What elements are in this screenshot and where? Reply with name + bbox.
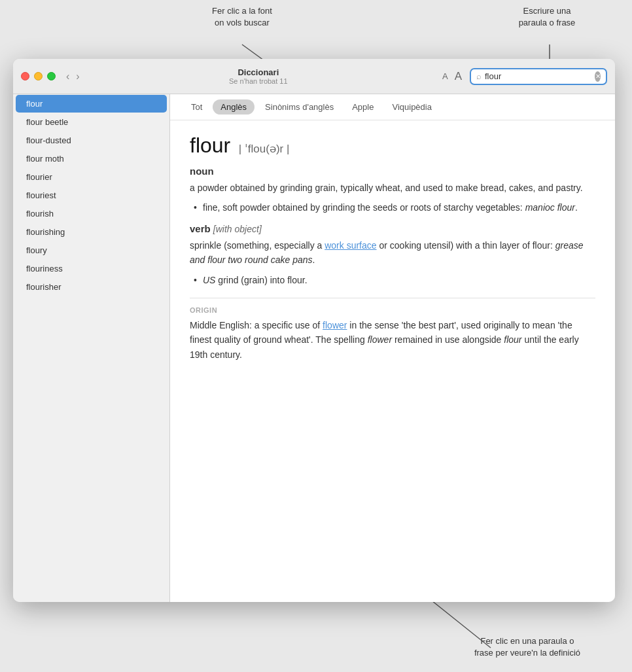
word-pronunciation: | ˈflou(ə)r | xyxy=(239,143,290,155)
title-area: Diccionari Se n'han trobat 11 xyxy=(88,67,429,85)
sidebar: flour flour beetle flour-dusted flour mo… xyxy=(13,94,170,602)
dict-content: Tot Anglès Sinònims d'anglès Apple Viqui… xyxy=(170,94,615,602)
window-subtitle: Se n'han trobat 11 xyxy=(229,77,288,85)
verb-bullet: US grind (grain) into flour. xyxy=(203,273,595,287)
origin-label: ORIGIN xyxy=(190,306,595,314)
sidebar-item-flouriness[interactable]: flouriness xyxy=(16,260,167,277)
clear-search-button[interactable]: ✕ xyxy=(595,71,601,82)
verb-bullet-qualifier: US xyxy=(203,275,215,285)
close-button[interactable] xyxy=(21,72,29,80)
sidebar-item-flour-moth[interactable]: flour moth xyxy=(16,150,167,168)
verb-definition: sprinkle (something, especially a work s… xyxy=(190,238,595,268)
search-icon: ⌕ xyxy=(476,71,482,81)
tab-angles[interactable]: Anglès xyxy=(213,99,255,115)
word-title: flour xyxy=(190,133,230,157)
annotation-source: Fer clic a la font on vols buscar xyxy=(190,5,294,29)
tab-viquipedia[interactable]: Viquipèdia xyxy=(384,99,439,115)
window-title: Diccionari xyxy=(237,67,279,77)
forward-button[interactable]: › xyxy=(73,69,82,84)
search-input[interactable] xyxy=(485,71,595,81)
tabs-bar: Tot Anglès Sinònims d'anglès Apple Viqui… xyxy=(170,94,615,120)
sidebar-item-flourish[interactable]: flourish xyxy=(16,205,167,222)
flower-link[interactable]: flower xyxy=(323,320,347,330)
pos-noun-label: noun xyxy=(190,166,595,177)
work-surface-link[interactable]: work surface xyxy=(325,240,376,251)
annotation-click-word: Fer clic en una paraula o frase per veur… xyxy=(462,635,593,659)
increase-font-button[interactable]: A xyxy=(455,70,462,83)
noun-bullet: fine, soft powder obtained by grinding t… xyxy=(203,200,595,215)
sidebar-item-flour-dusted[interactable]: flour-dusted xyxy=(16,132,167,149)
sidebar-item-flouriest[interactable]: flouriest xyxy=(16,186,167,204)
minimize-button[interactable] xyxy=(34,72,43,80)
origin-section: ORIGIN Middle English: a specific use of… xyxy=(190,298,595,362)
tab-apple[interactable]: Apple xyxy=(344,99,381,115)
nav-buttons: ‹ › xyxy=(63,69,82,84)
decrease-font-button[interactable]: A xyxy=(442,71,448,81)
pos-verb-label: verb [with object] xyxy=(190,223,595,234)
sidebar-item-flourisher[interactable]: flourisher xyxy=(16,278,167,296)
main-content: flour flour beetle flour-dusted flour mo… xyxy=(13,94,615,602)
traffic-lights xyxy=(21,72,56,80)
titlebar: ‹ › Diccionari Se n'han trobat 11 A A ⌕ … xyxy=(13,59,615,94)
search-box[interactable]: ⌕ ✕ xyxy=(470,68,607,85)
sidebar-item-flour-beetle[interactable]: flour beetle xyxy=(16,113,167,131)
sidebar-item-floury[interactable]: floury xyxy=(16,241,167,259)
annotation-search: Escriure una paraula o frase xyxy=(501,5,593,29)
font-size-controls: A A xyxy=(442,70,462,83)
sidebar-item-flourishing[interactable]: flourishing xyxy=(16,223,167,241)
tab-tot[interactable]: Tot xyxy=(183,99,210,115)
sidebar-item-flourier[interactable]: flourier xyxy=(16,168,167,186)
noun-example: manioc flour xyxy=(525,202,575,213)
dictionary-window: ‹ › Diccionari Se n'han trobat 11 A A ⌕ … xyxy=(13,59,615,602)
back-button[interactable]: ‹ xyxy=(63,69,72,84)
definition-area: flour | ˈflou(ə)r | noun a powder obtain… xyxy=(170,120,615,602)
origin-text: Middle English: a specific use of flower… xyxy=(190,318,595,362)
noun-definition: a powder obtained by grinding grain, typ… xyxy=(190,181,595,195)
maximize-button[interactable] xyxy=(47,72,56,80)
word-header: flour | ˈflou(ə)r | xyxy=(190,133,595,158)
tab-sinonims[interactable]: Sinònims d'anglès xyxy=(257,99,342,115)
sidebar-item-flour[interactable]: flour xyxy=(16,95,167,113)
